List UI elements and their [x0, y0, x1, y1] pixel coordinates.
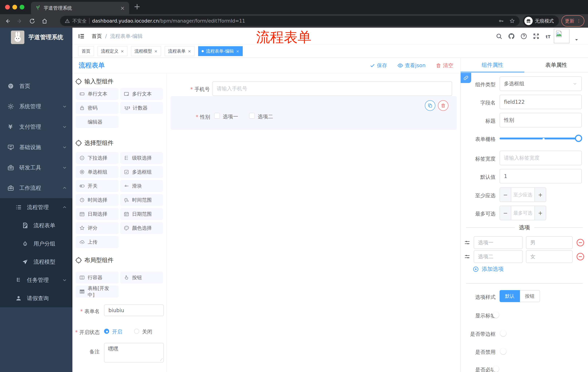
gender-option1-label[interactable]: 选项一 [223, 113, 238, 120]
component-item[interactable]: 单选框组 [76, 166, 119, 178]
update-button[interactable]: 更新 ⋮ [561, 15, 584, 27]
font-size-icon[interactable] [545, 32, 553, 40]
stepper-minus-button[interactable]: − [500, 188, 511, 202]
type-select[interactable]: 多选框组 [500, 76, 582, 91]
option-value-input[interactable]: 女 [526, 250, 573, 263]
component-item[interactable]: 上传 [76, 236, 119, 248]
avatar[interactable] [554, 29, 569, 43]
add-option-button[interactable]: 添加选项 [473, 265, 504, 273]
sidebar-collapse-icon[interactable] [78, 33, 85, 40]
new-tab-button[interactable]: + [134, 2, 140, 11]
component-item[interactable]: 单行文本 [76, 88, 119, 100]
tag-close-icon[interactable]: × [188, 49, 191, 53]
component-item[interactable]: 行容器 [76, 272, 119, 284]
search-icon[interactable] [496, 33, 503, 40]
component-item[interactable]: 计数器 [120, 102, 163, 114]
radio-off[interactable] [134, 329, 139, 334]
default-value-input[interactable]: 1 [500, 169, 582, 183]
tag-process-definition[interactable]: 流程定义× [97, 46, 127, 56]
slider-handle[interactable] [575, 135, 582, 142]
sidebar-item-process-form[interactable]: 流程表单 [0, 216, 73, 234]
breadcrumb-home[interactable]: 首页 [92, 33, 102, 40]
resize-handle[interactable]: ⟋ [160, 357, 163, 362]
sidebar-item-system[interactable]: 系统管理 [0, 96, 73, 117]
copy-component-button[interactable] [425, 100, 435, 111]
reload-icon[interactable] [29, 18, 35, 24]
radio-off-label[interactable]: 关闭 [142, 328, 152, 335]
stepper-plus-button[interactable]: + [535, 206, 546, 220]
tag-home[interactable]: 首页 [78, 46, 94, 56]
sidebar-item-task-mgmt[interactable]: 任务管理 [0, 271, 73, 289]
style-default-button[interactable]: 默认 [500, 290, 520, 302]
tag-process-form-edit[interactable]: 流程表单-编辑× [198, 46, 243, 56]
field-name-input[interactable]: field122 [500, 95, 582, 109]
drag-handle-icon[interactable] [464, 239, 471, 246]
grid-slider[interactable] [500, 134, 582, 142]
stepper-minus-button[interactable]: − [500, 206, 511, 220]
component-item[interactable]: 滑块 [120, 180, 163, 192]
view-json-button[interactable]: 查看json [397, 62, 426, 69]
password-key-icon[interactable] [498, 18, 504, 24]
remove-option-icon[interactable] [576, 252, 585, 261]
component-item[interactable]: 多选框组 [120, 166, 163, 178]
component-item[interactable]: 日期范围 [120, 208, 163, 220]
tag-close-icon[interactable]: × [121, 49, 124, 53]
component-item[interactable]: 日期选择 [76, 208, 119, 220]
radio-on-label[interactable]: 开启 [112, 328, 122, 335]
component-item[interactable]: 颜色选择 [120, 222, 163, 234]
forward-icon[interactable] [17, 18, 23, 24]
component-item[interactable]: 编辑器 [76, 116, 119, 128]
gender-option2-label[interactable]: 选项二 [258, 113, 273, 120]
clear-button[interactable]: 清空 [436, 62, 453, 69]
tag-close-icon[interactable]: × [154, 49, 157, 53]
delete-component-button[interactable] [438, 100, 449, 111]
address-bar[interactable]: 不安全 dashboard.yudao.iocoder.cn/bpm/manag… [60, 16, 520, 26]
component-item[interactable]: 按钮 [120, 272, 163, 284]
tag-process-model[interactable]: 流程模型× [131, 46, 161, 56]
form-name-input[interactable]: biubiu [104, 305, 164, 316]
bookmark-star-icon[interactable] [509, 18, 515, 24]
sidebar-item-leave-query[interactable]: 请假查询 [0, 289, 73, 307]
option-value-input[interactable]: 男 [526, 236, 573, 249]
component-item[interactable]: 时间选择 [76, 194, 119, 206]
back-icon[interactable] [4, 18, 10, 24]
form-remark-textarea[interactable]: 嘿嘿 ⟋ [104, 343, 164, 362]
label-width-input[interactable]: 请输入标签宽度 [500, 151, 582, 165]
component-item[interactable]: 多行文本 [120, 88, 163, 100]
drag-handle-icon[interactable] [464, 253, 471, 260]
component-item[interactable]: 评分 [76, 222, 119, 234]
tab-form-props[interactable]: 表单属性 [524, 58, 588, 72]
component-item[interactable]: 开关 [76, 180, 119, 192]
stepper-plus-button[interactable]: + [535, 188, 546, 202]
radio-on[interactable] [104, 329, 109, 334]
fullscreen-icon[interactable] [533, 33, 540, 40]
component-item[interactable]: 下拉选择 [76, 152, 119, 164]
selected-component-block[interactable]: 性别 选项一 选项二 [170, 96, 457, 130]
sidebar-item-workflow[interactable]: 工作流程 [0, 178, 73, 198]
traffic-light-minimize[interactable] [12, 5, 17, 10]
avatar-caret-down-icon[interactable] [574, 37, 579, 43]
gender-checkbox-1[interactable] [214, 113, 220, 119]
help-icon[interactable] [520, 33, 527, 40]
max-select-value[interactable]: 最多可选 [511, 210, 535, 216]
sidebar-item-infra[interactable]: 基础设施 [0, 137, 73, 158]
sidebar-item-payment[interactable]: 支付管理 [0, 117, 73, 137]
tab-component-props[interactable]: 组件属性 [461, 58, 524, 72]
traffic-light-zoom[interactable] [20, 5, 24, 10]
traffic-light-close[interactable] [5, 5, 10, 10]
style-button-button[interactable]: 按钮 [520, 290, 540, 302]
option-label-input[interactable]: 选项二 [474, 250, 523, 263]
gender-checkbox-2[interactable] [249, 113, 255, 119]
github-icon[interactable] [508, 33, 515, 40]
sidebar-item-user-group[interactable]: 用户分组 [0, 234, 73, 253]
sidebar-item-process-mgmt[interactable]: 流程管理 [0, 198, 73, 216]
sidebar-item-process-model[interactable]: 流程模型 [0, 253, 73, 271]
min-select-value[interactable]: 至少应选 [511, 192, 535, 198]
tag-close-icon[interactable]: × [236, 49, 239, 53]
home-icon[interactable] [42, 18, 48, 24]
component-item[interactable]: 时间范围 [120, 194, 163, 206]
tab-close-icon[interactable]: × [120, 5, 125, 11]
component-item[interactable]: 表格[开发中] [76, 286, 119, 298]
title-input[interactable]: 性别 [500, 113, 582, 128]
browser-tab[interactable]: 芋道管理系统 × [31, 2, 129, 14]
